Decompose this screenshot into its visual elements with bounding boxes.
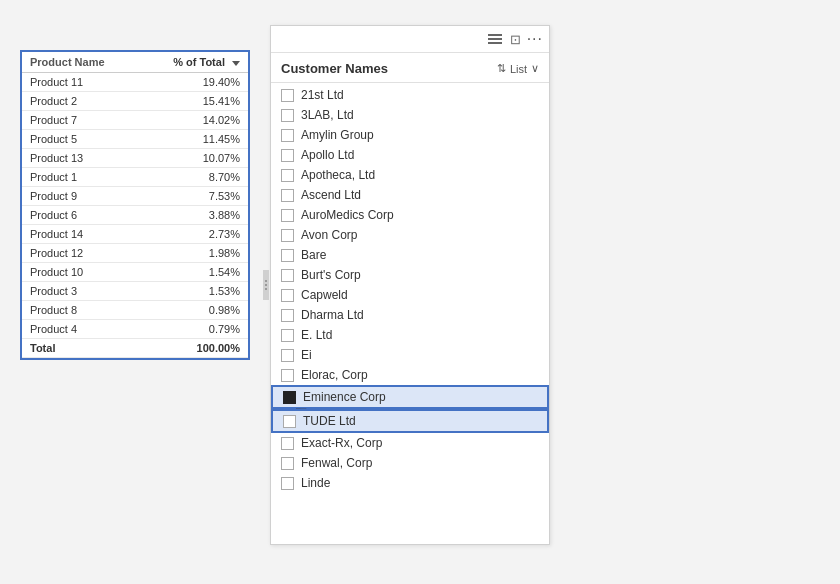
filter-label: 3LAB, Ltd [301, 108, 354, 122]
filter-item[interactable]: Capweld [271, 285, 549, 305]
product-name-header: Product Name [22, 52, 140, 73]
table-row[interactable]: Product 11 19.40% [22, 73, 248, 92]
filter-label: Ascend Ltd [301, 188, 361, 202]
percent-total-header[interactable]: % of Total [140, 52, 248, 73]
table-row[interactable]: Product 14 2.73% [22, 225, 248, 244]
filter-label: Exact-Rx, Corp [301, 436, 382, 450]
filter-item[interactable]: Amylin Group [271, 125, 549, 145]
product-name-cell: Product 9 [22, 187, 140, 206]
filter-item[interactable]: Dharma Ltd [271, 305, 549, 325]
filter-label: Capweld [301, 288, 348, 302]
table-row[interactable]: Product 3 1.53% [22, 282, 248, 301]
filter-item[interactable]: 21st Ltd [271, 85, 549, 105]
product-table-panel: Product Name % of Total Product 11 19.40… [20, 50, 250, 360]
table-row[interactable]: Product 8 0.98% [22, 301, 248, 320]
filter-checkbox[interactable] [283, 415, 296, 428]
filter-item[interactable]: Burt's Corp [271, 265, 549, 285]
filter-checkbox[interactable] [281, 249, 294, 262]
filter-item[interactable]: Apotheca, Ltd [271, 165, 549, 185]
product-name-cell: Product 3 [22, 282, 140, 301]
product-value-cell: 14.02% [140, 111, 248, 130]
panel-sort-control[interactable]: ⇅ List ∨ [497, 62, 539, 75]
filter-checkbox[interactable] [281, 169, 294, 182]
table-row[interactable]: Product 12 1.98% [22, 244, 248, 263]
filter-item[interactable]: TUDE Ltd [271, 409, 549, 433]
filter-checkbox[interactable] [281, 289, 294, 302]
filter-checkbox[interactable] [281, 269, 294, 282]
sort-az-icon: ⇅ [497, 62, 506, 75]
filter-item[interactable]: Ei [271, 345, 549, 365]
filter-label: Avon Corp [301, 228, 357, 242]
filter-item[interactable]: Exact-Rx, Corp [271, 433, 549, 453]
filter-checkbox[interactable] [281, 309, 294, 322]
more-options-icon[interactable]: ··· [527, 30, 543, 48]
filter-checkbox[interactable] [281, 349, 294, 362]
table-row[interactable]: Product 7 14.02% [22, 111, 248, 130]
sort-desc-icon [232, 61, 240, 66]
filter-checkbox[interactable] [281, 189, 294, 202]
table-row[interactable]: Product 10 1.54% [22, 263, 248, 282]
filter-checkbox[interactable] [281, 229, 294, 242]
filter-item[interactable]: AuroMedics Corp [271, 205, 549, 225]
total-label: Total [22, 339, 140, 358]
product-value-cell: 11.45% [140, 130, 248, 149]
filter-checkbox[interactable] [281, 149, 294, 162]
filter-checkbox[interactable] [281, 329, 294, 342]
filter-list: 21st Ltd3LAB, LtdAmylin GroupApollo LtdA… [271, 83, 549, 544]
filter-checkbox[interactable] [281, 369, 294, 382]
filter-checkbox[interactable] [281, 457, 294, 470]
product-value-cell: 7.53% [140, 187, 248, 206]
product-name-cell: Product 6 [22, 206, 140, 225]
resize-icon[interactable]: ⊡ [510, 32, 521, 47]
filter-item[interactable]: Linde [271, 473, 549, 493]
filter-label: Linde [301, 476, 330, 490]
filter-checkbox[interactable] [281, 89, 294, 102]
table-row[interactable]: Product 6 3.88% [22, 206, 248, 225]
filter-item[interactable]: Ascend Ltd [271, 185, 549, 205]
total-row: Total 100.00% [22, 339, 248, 358]
product-value-cell: 0.98% [140, 301, 248, 320]
filter-item[interactable]: Elorac, Corp [271, 365, 549, 385]
table-row[interactable]: Product 5 11.45% [22, 130, 248, 149]
filter-checkbox[interactable] [281, 437, 294, 450]
panel-header: Customer Names ⇅ List ∨ [271, 53, 549, 83]
filter-checkbox[interactable] [283, 391, 296, 404]
filter-checkbox[interactable] [281, 109, 294, 122]
product-value-cell: 1.98% [140, 244, 248, 263]
table-row[interactable]: Product 1 8.70% [22, 168, 248, 187]
product-name-cell: Product 1 [22, 168, 140, 187]
filter-label: Bare [301, 248, 326, 262]
filter-label: Apotheca, Ltd [301, 168, 375, 182]
filter-checkbox[interactable] [281, 477, 294, 490]
filter-label: Elorac, Corp [301, 368, 368, 382]
filter-item[interactable]: Avon Corp [271, 225, 549, 245]
product-name-cell: Product 2 [22, 92, 140, 111]
product-value-cell: 1.53% [140, 282, 248, 301]
filter-label: E. Ltd [301, 328, 332, 342]
filter-checkbox[interactable] [281, 129, 294, 142]
product-name-cell: Product 4 [22, 320, 140, 339]
product-name-cell: Product 12 [22, 244, 140, 263]
filter-checkbox[interactable] [281, 209, 294, 222]
filter-item[interactable]: 3LAB, Ltd [271, 105, 549, 125]
product-value-cell: 19.40% [140, 73, 248, 92]
filter-label: Eminence Corp [303, 390, 386, 404]
menu-icon[interactable] [486, 32, 504, 46]
filter-item[interactable]: E. Ltd [271, 325, 549, 345]
total-value: 100.00% [140, 339, 248, 358]
filter-item[interactable]: Fenwal, Corp [271, 453, 549, 473]
filter-item[interactable]: Eminence Corp☞ [271, 385, 549, 409]
product-value-cell: 1.54% [140, 263, 248, 282]
customer-names-panel: ⊡ ··· Customer Names ⇅ List ∨ 21st Ltd3L… [270, 25, 550, 545]
drag-handle[interactable] [263, 270, 269, 300]
table-row[interactable]: Product 9 7.53% [22, 187, 248, 206]
sort-mode-label: List [510, 63, 527, 75]
product-name-cell: Product 11 [22, 73, 140, 92]
filter-item[interactable]: Bare [271, 245, 549, 265]
filter-item[interactable]: Apollo Ltd [271, 145, 549, 165]
filter-label: Dharma Ltd [301, 308, 364, 322]
sort-mode-chevron: ∨ [531, 62, 539, 75]
table-row[interactable]: Product 4 0.79% [22, 320, 248, 339]
table-row[interactable]: Product 2 15.41% [22, 92, 248, 111]
table-row[interactable]: Product 13 10.07% [22, 149, 248, 168]
